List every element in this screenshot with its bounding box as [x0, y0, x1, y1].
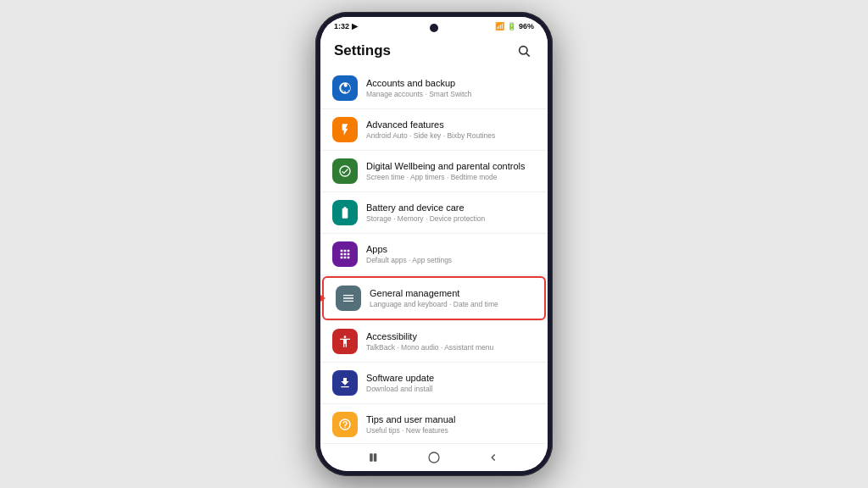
- status-icons: 📶 🔋 96%: [495, 22, 534, 30]
- accessibility-title: Accessibility: [366, 331, 536, 342]
- settings-list: Accounts and backup Manage accounts · Sm…: [320, 68, 548, 443]
- bottom-nav: [320, 443, 548, 471]
- accounts-subtitle: Manage accounts · Smart Switch: [366, 90, 536, 98]
- svg-rect-2: [370, 453, 373, 461]
- phone-frame: 1:32 ▶ 📶 🔋 96% Settings: [315, 12, 553, 476]
- status-time: 1:32 ▶: [334, 22, 358, 30]
- general-subtitle: Language and keyboard · Date and time: [370, 300, 532, 308]
- accounts-icon: [332, 75, 358, 101]
- settings-item-software[interactable]: Software update Download and install: [320, 363, 548, 404]
- settings-item-accounts[interactable]: Accounts and backup Manage accounts · Sm…: [320, 68, 548, 109]
- software-title: Software update: [366, 373, 536, 384]
- apps-subtitle: Default apps · App settings: [366, 256, 536, 264]
- app-header: Settings: [320, 34, 548, 68]
- svg-rect-3: [374, 453, 377, 461]
- software-subtitle: Download and install: [366, 385, 536, 393]
- apps-icon: [332, 241, 358, 267]
- app-title: Settings: [334, 42, 391, 59]
- software-icon: [332, 370, 358, 396]
- wellbeing-title: Digital Wellbeing and parental controls: [366, 161, 536, 172]
- camera-dot: [430, 24, 438, 32]
- battery-icon: [332, 200, 358, 225]
- advanced-subtitle: Android Auto · Side key · Bixby Routines: [366, 131, 536, 140]
- tips-title: Tips and user manual: [366, 414, 536, 425]
- settings-item-battery[interactable]: Battery and device care Storage · Memory…: [320, 192, 548, 234]
- settings-item-accessibility[interactable]: Accessibility TalkBack · Mono audio · As…: [320, 321, 548, 363]
- settings-item-apps[interactable]: Apps Default apps · App settings: [320, 234, 548, 275]
- accessibility-subtitle: TalkBack · Mono audio · Assistant menu: [366, 343, 536, 352]
- wellbeing-subtitle: Screen time · App timers · Bedtime mode: [366, 173, 536, 181]
- accessibility-icon: [332, 329, 358, 354]
- settings-item-general[interactable]: General management Language and keyboard…: [322, 276, 546, 320]
- battery-subtitle: Storage · Memory · Device protection: [366, 214, 536, 223]
- phone-screen: 1:32 ▶ 📶 🔋 96% Settings: [320, 17, 548, 471]
- highlight-arrow: [320, 291, 326, 305]
- apps-title: Apps: [366, 244, 536, 255]
- tips-icon: [332, 412, 358, 437]
- advanced-icon: [332, 117, 358, 142]
- general-title: General management: [370, 288, 532, 299]
- wellbeing-icon: [332, 158, 358, 184]
- settings-item-advanced[interactable]: Advanced features Android Auto · Side ke…: [320, 109, 548, 151]
- svg-point-0: [520, 47, 527, 54]
- svg-line-1: [526, 53, 530, 57]
- svg-point-4: [429, 452, 439, 463]
- general-icon: [336, 286, 361, 311]
- battery-title: Battery and device care: [366, 202, 536, 214]
- home-button[interactable]: [427, 451, 441, 464]
- search-button[interactable]: [514, 41, 534, 61]
- tips-subtitle: Useful tips · New features: [366, 426, 536, 435]
- recents-button[interactable]: [369, 452, 381, 463]
- accounts-title: Accounts and backup: [366, 78, 536, 89]
- advanced-title: Advanced features: [366, 119, 536, 130]
- back-button[interactable]: [487, 452, 499, 463]
- settings-item-wellbeing[interactable]: Digital Wellbeing and parental controls …: [320, 151, 548, 192]
- settings-item-tips[interactable]: Tips and user manual Useful tips · New f…: [320, 404, 548, 443]
